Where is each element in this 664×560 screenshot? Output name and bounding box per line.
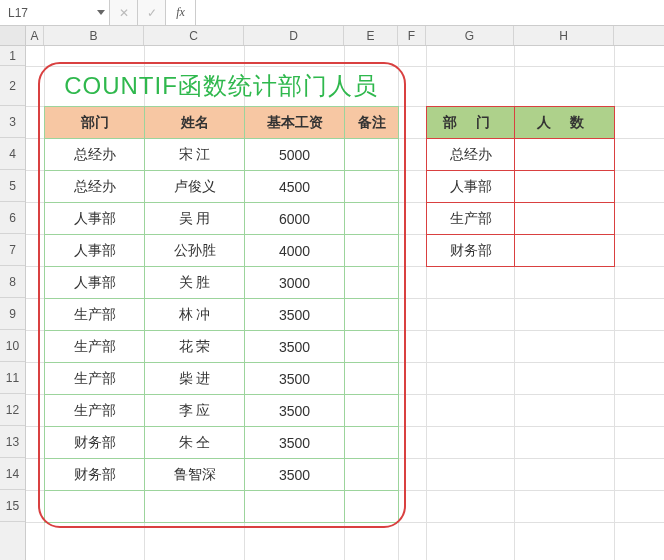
cell[interactable]: 人事部 xyxy=(45,235,145,267)
col-header-G[interactable]: G xyxy=(426,26,514,45)
table-row: 生产部李 应3500 xyxy=(45,395,399,427)
cell[interactable] xyxy=(345,139,399,171)
col-note[interactable]: 备注 xyxy=(345,107,399,139)
cell[interactable]: 卢俊义 xyxy=(145,171,245,203)
cell[interactable] xyxy=(515,235,615,267)
cell[interactable]: 鲁智深 xyxy=(145,459,245,491)
col-count[interactable]: 人 数 xyxy=(515,107,615,139)
col-header-F[interactable]: F xyxy=(398,26,426,45)
column-headers: A B C D E F G H xyxy=(0,26,664,46)
cells-area[interactable]: COUNTIF函数统计部门人员 部门 姓名 基本工资 备注 总经办宋 江5000… xyxy=(26,46,664,560)
col-header-E[interactable]: E xyxy=(344,26,398,45)
formula-input[interactable] xyxy=(196,0,664,25)
cell[interactable] xyxy=(345,267,399,299)
col-name[interactable]: 姓名 xyxy=(145,107,245,139)
row-header[interactable]: 7 xyxy=(0,234,25,266)
cell[interactable] xyxy=(345,427,399,459)
cell[interactable]: 3500 xyxy=(245,299,345,331)
cell[interactable] xyxy=(345,491,399,523)
cell[interactable]: 3500 xyxy=(245,459,345,491)
cell[interactable] xyxy=(345,299,399,331)
cell[interactable] xyxy=(345,203,399,235)
table-row: 生产部柴 进3500 xyxy=(45,363,399,395)
cell[interactable]: 人事部 xyxy=(45,203,145,235)
row-header[interactable]: 9 xyxy=(0,298,25,330)
cell[interactable] xyxy=(45,491,145,523)
chevron-down-icon[interactable] xyxy=(97,10,105,15)
cell[interactable]: 总经办 xyxy=(45,171,145,203)
cell[interactable]: 关 胜 xyxy=(145,267,245,299)
row-header[interactable]: 12 xyxy=(0,394,25,426)
cell[interactable]: 生产部 xyxy=(45,299,145,331)
cell[interactable]: 宋 江 xyxy=(145,139,245,171)
row-header[interactable]: 5 xyxy=(0,170,25,202)
cell[interactable]: 李 应 xyxy=(145,395,245,427)
employee-table: 部门 姓名 基本工资 备注 总经办宋 江5000 总经办卢俊义4500 人事部吴… xyxy=(44,106,399,523)
row-header[interactable]: 13 xyxy=(0,426,25,458)
cell[interactable] xyxy=(345,363,399,395)
cell[interactable]: 3500 xyxy=(245,363,345,395)
col-dept[interactable]: 部门 xyxy=(45,107,145,139)
cell[interactable]: 柴 进 xyxy=(145,363,245,395)
cell[interactable]: 公孙胜 xyxy=(145,235,245,267)
cell[interactable]: 4500 xyxy=(245,171,345,203)
cell[interactable]: 3500 xyxy=(245,395,345,427)
row-header[interactable]: 1 xyxy=(0,46,25,66)
cell[interactable]: 5000 xyxy=(245,139,345,171)
name-box[interactable]: L17 xyxy=(0,0,110,25)
row-header[interactable]: 14 xyxy=(0,458,25,490)
cell[interactable] xyxy=(145,491,245,523)
cell[interactable]: 财务部 xyxy=(45,427,145,459)
cell[interactable] xyxy=(515,139,615,171)
table-row: 人事部公孙胜4000 xyxy=(45,235,399,267)
cell[interactable]: 人事部 xyxy=(45,267,145,299)
cell[interactable]: 3500 xyxy=(245,427,345,459)
table-header-row: 部门 姓名 基本工资 备注 xyxy=(45,107,399,139)
row-header[interactable]: 8 xyxy=(0,266,25,298)
row-header[interactable]: 15 xyxy=(0,490,25,522)
cell[interactable]: 总经办 xyxy=(427,139,515,171)
cell[interactable]: 3500 xyxy=(245,331,345,363)
cell[interactable] xyxy=(345,395,399,427)
cell[interactable] xyxy=(245,491,345,523)
cell[interactable]: 生产部 xyxy=(45,395,145,427)
table-row: 总经办卢俊义4500 xyxy=(45,171,399,203)
col-dept[interactable]: 部 门 xyxy=(427,107,515,139)
cell[interactable]: 花 荣 xyxy=(145,331,245,363)
col-header-A[interactable]: A xyxy=(26,26,44,45)
cell[interactable]: 财务部 xyxy=(45,459,145,491)
cell[interactable] xyxy=(515,171,615,203)
col-salary[interactable]: 基本工资 xyxy=(245,107,345,139)
cell[interactable]: 朱 仝 xyxy=(145,427,245,459)
col-header-H[interactable]: H xyxy=(514,26,614,45)
cancel-formula-button: ✕ xyxy=(110,0,138,25)
col-header-C[interactable]: C xyxy=(144,26,244,45)
cell[interactable]: 人事部 xyxy=(427,171,515,203)
cell[interactable]: 财务部 xyxy=(427,235,515,267)
fx-icon[interactable]: fx xyxy=(166,0,196,25)
row-header[interactable]: 3 xyxy=(0,106,25,138)
cell[interactable]: 生产部 xyxy=(45,363,145,395)
row-header[interactable]: 4 xyxy=(0,138,25,170)
col-header-D[interactable]: D xyxy=(244,26,344,45)
cell[interactable]: 3000 xyxy=(245,267,345,299)
cell[interactable]: 总经办 xyxy=(45,139,145,171)
cell[interactable] xyxy=(345,459,399,491)
col-header-B[interactable]: B xyxy=(44,26,144,45)
select-all-corner[interactable] xyxy=(0,26,26,45)
cell[interactable] xyxy=(345,331,399,363)
cell[interactable]: 吴 用 xyxy=(145,203,245,235)
cell[interactable]: 4000 xyxy=(245,235,345,267)
row-header[interactable]: 10 xyxy=(0,330,25,362)
row-header[interactable]: 11 xyxy=(0,362,25,394)
cell[interactable]: 林 冲 xyxy=(145,299,245,331)
spreadsheet-grid[interactable]: A B C D E F G H 1 2 3 4 5 6 7 8 9 10 11 … xyxy=(0,26,664,560)
cell[interactable]: 6000 xyxy=(245,203,345,235)
cell[interactable]: 生产部 xyxy=(427,203,515,235)
cell[interactable] xyxy=(345,171,399,203)
row-header[interactable]: 6 xyxy=(0,202,25,234)
row-header[interactable]: 2 xyxy=(0,66,25,106)
cell[interactable]: 生产部 xyxy=(45,331,145,363)
cell[interactable] xyxy=(345,235,399,267)
cell[interactable] xyxy=(515,203,615,235)
